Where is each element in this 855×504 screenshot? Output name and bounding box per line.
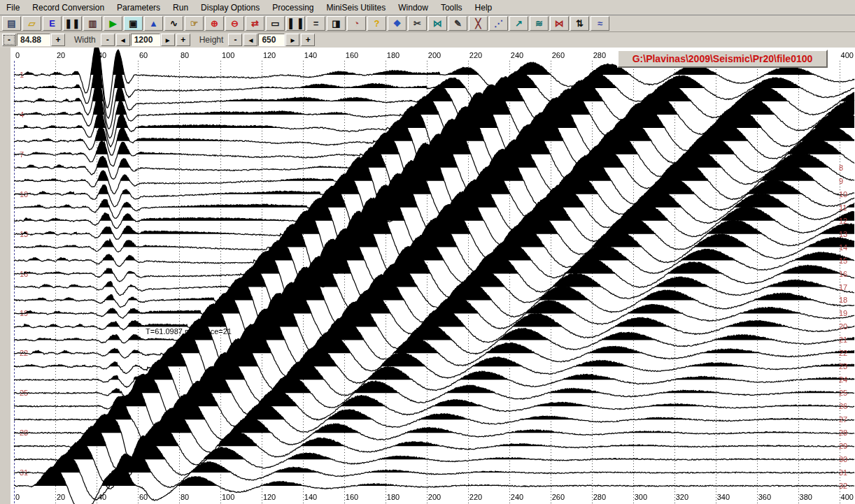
save-record-icon: ▥ [88, 19, 97, 28]
save-record-button[interactable]: ▥ [83, 16, 102, 31]
moveout-lines-button[interactable]: ⋰ [489, 16, 508, 31]
new-document-button[interactable]: ▤ [2, 16, 21, 31]
wave-compare-icon: ≋ [535, 19, 543, 28]
wiggle-trace-icon: ∿ [170, 19, 178, 28]
width-label: Width [74, 35, 96, 45]
rising-curve-button[interactable]: ↗ [509, 16, 528, 31]
left-arrow-icon: ◄ [120, 36, 127, 44]
stop-frame-icon: ▣ [129, 19, 137, 28]
height-label: Height [199, 35, 224, 45]
menu-item-run[interactable]: Run [167, 1, 195, 15]
width-step-left-button[interactable]: ◄ [116, 34, 130, 46]
amplitude-value[interactable]: 84.88 [17, 34, 50, 46]
height-step-left-button[interactable]: ◄ [243, 34, 257, 46]
cut-trace-button[interactable]: ✂ [408, 16, 427, 31]
menu-item-toolls[interactable]: Toolls [434, 1, 469, 15]
amplitude-histogram-icon: ▲ [149, 19, 158, 28]
amplitude-histogram-button[interactable]: ▲ [144, 16, 163, 31]
width-decrease-button[interactable]: - [101, 34, 115, 46]
open-folder-button[interactable]: ▱ [22, 16, 41, 31]
sort-traces-button[interactable]: ⇅ [570, 16, 589, 31]
pause-icon: ❚❚ [65, 19, 80, 28]
moveout-lines-icon: ⋰ [494, 19, 503, 28]
toolbar: ▤▱E❚❚▥▶▣▲∿☞⊕⊖⇄▭▌▐=◨◔?❖✂⋈✎╳⋰↗≋⋈⇅≈ [0, 15, 855, 32]
menu-bar: FileRecord ConversionParametersRunDispla… [0, 0, 855, 15]
crossing-curves-icon: ⋈ [433, 19, 442, 28]
user-clock-icon: ◔ [354, 19, 360, 28]
wiggle-trace-button[interactable]: ∿ [164, 16, 183, 31]
multi-wave-icon: ≈ [598, 19, 602, 28]
play-button[interactable]: ▶ [104, 16, 122, 31]
wave-compare-button[interactable]: ≋ [530, 16, 549, 31]
menu-item-processing[interactable]: Processing [266, 1, 320, 15]
open-folder-icon: ▱ [29, 19, 36, 28]
menu-item-window[interactable]: Window [392, 1, 434, 15]
file-path-button[interactable]: G:\Plavinas\2009\Seismic\Pr20\file0100 [617, 50, 828, 68]
zoom-out-button[interactable]: ⊖ [225, 16, 244, 31]
width-increase-button[interactable]: + [176, 34, 190, 46]
zoom-out-icon: ⊖ [231, 19, 239, 28]
velocity-curve-icon: ╳ [476, 19, 481, 28]
bowtie-curves-button[interactable]: ⋈ [550, 16, 569, 31]
play-icon: ▶ [110, 19, 117, 28]
swap-direction-button[interactable]: ⇄ [246, 16, 264, 31]
bowtie-curves-icon: ⋈ [555, 19, 564, 28]
sort-traces-icon: ⇅ [576, 19, 584, 28]
menu-item-parameters[interactable]: Parameters [111, 1, 167, 15]
application-window: FileRecord ConversionParametersRunDispla… [0, 0, 855, 504]
edit-picks-icon: ✎ [454, 19, 462, 28]
pan-hand-button[interactable]: ☞ [185, 16, 204, 31]
width-value[interactable]: 1200 [131, 34, 160, 46]
vertical-bars-icon: ▌▐ [289, 19, 302, 28]
multi-wave-button[interactable]: ≈ [591, 16, 609, 31]
user-clock-button[interactable]: ◔ [347, 16, 366, 31]
objects-icon: ❖ [393, 19, 402, 28]
overlap-squares-button[interactable]: ◨ [327, 16, 346, 31]
velocity-curve-button[interactable]: ╳ [469, 16, 488, 31]
zoom-in-button[interactable]: ⊕ [205, 16, 224, 31]
edit-e-button[interactable]: E [43, 16, 62, 31]
rectangle-select-button[interactable]: ▭ [266, 16, 285, 31]
objects-button[interactable]: ❖ [388, 16, 407, 31]
right-arrow-icon: ► [164, 36, 171, 44]
amplitude-increase-button[interactable]: + [51, 34, 65, 46]
cut-trace-icon: ✂ [414, 19, 421, 28]
pause-button[interactable]: ❚❚ [63, 16, 82, 31]
swap-direction-icon: ⇄ [251, 19, 259, 28]
vertical-bars-button[interactable]: ▌▐ [286, 16, 305, 31]
help-icon: ? [374, 19, 380, 28]
height-step-right-button[interactable]: ► [285, 34, 299, 46]
left-arrow-icon: ◄ [247, 36, 254, 44]
amplitude-decrease-button[interactable]: - [2, 34, 16, 46]
right-arrow-icon: ► [289, 36, 296, 44]
pan-hand-icon: ☞ [190, 19, 199, 28]
control-bar: - 84.88 + Width - ◄ 1200 ► + Height - ◄ … [0, 32, 855, 48]
edit-picks-button[interactable]: ✎ [448, 16, 467, 31]
menu-item-record-conversion[interactable]: Record Conversion [26, 1, 111, 15]
help-button[interactable]: ? [367, 16, 386, 31]
edit-e-icon: E [49, 19, 55, 28]
menu-item-display-options[interactable]: Display Options [195, 1, 266, 15]
cursor-readout-annotation: T=61.0987 ms, Trace=21 [146, 327, 232, 336]
menu-item-help[interactable]: Help [469, 1, 499, 15]
horizontal-bars-button[interactable]: = [306, 16, 325, 31]
stop-frame-button[interactable]: ▣ [124, 16, 143, 31]
zoom-in-icon: ⊕ [211, 19, 218, 28]
horizontal-bars-icon: = [313, 19, 319, 28]
seismic-wiggle-canvas[interactable] [0, 48, 855, 504]
rectangle-select-icon: ▭ [271, 19, 279, 28]
seismic-section-plot: G:\Plavinas\2009\Seismic\Pr20\file0100 T… [0, 48, 855, 504]
overlap-squares-icon: ◨ [332, 19, 340, 28]
menu-item-file[interactable]: File [0, 1, 26, 15]
rising-curve-icon: ↗ [515, 19, 523, 28]
height-value[interactable]: 650 [258, 34, 285, 46]
menu-item-miniseis-utilites[interactable]: MiniSeis Utilites [320, 1, 393, 15]
crossing-curves-button[interactable]: ⋈ [428, 16, 447, 31]
new-document-icon: ▤ [7, 19, 15, 28]
height-increase-button[interactable]: + [301, 34, 315, 46]
height-decrease-button[interactable]: - [228, 34, 242, 46]
width-step-right-button[interactable]: ► [161, 34, 175, 46]
